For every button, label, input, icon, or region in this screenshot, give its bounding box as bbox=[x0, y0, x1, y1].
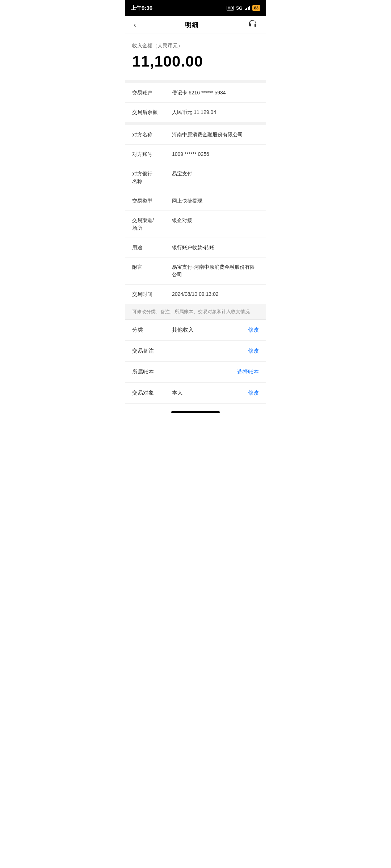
amount-value: 11,100.00 bbox=[132, 53, 259, 70]
info-row-value: 2024/08/10 09:13:02 bbox=[172, 290, 259, 298]
editable-row: 所属账本选择账本 bbox=[125, 362, 266, 383]
support-button[interactable] bbox=[245, 18, 260, 32]
info-row-value: 1009 ****** 0256 bbox=[172, 150, 259, 158]
info-row-value: 易宝支付 bbox=[172, 170, 259, 178]
info-row-label: 对方银行 名称 bbox=[132, 170, 165, 185]
editable-row-value: 其他收入 bbox=[172, 327, 244, 333]
battery-indicator: 83 bbox=[252, 5, 260, 11]
account-book-select[interactable]: 选择账本 bbox=[237, 369, 259, 375]
info-row-label: 交易时间 bbox=[132, 290, 165, 298]
editable-section: 分类其他收入修改交易备注修改所属账本选择账本交易对象本人修改 bbox=[125, 320, 266, 404]
info-section: 交易账户借记卡 6216 ****** 5934交易后余额人民币元 11,129… bbox=[125, 83, 266, 304]
info-row-label: 附言 bbox=[132, 263, 165, 271]
status-right: HD 5G 83 bbox=[227, 5, 260, 11]
network-label: 5G bbox=[236, 5, 242, 11]
info-row-value: 河南中原消费金融股份有限公司 bbox=[172, 131, 259, 139]
hd-badge: HD bbox=[227, 6, 234, 10]
bottom-bar bbox=[125, 404, 266, 416]
info-row: 对方名称河南中原消费金融股份有限公司 bbox=[125, 125, 266, 145]
info-row-value: 人民币元 11,129.04 bbox=[172, 109, 259, 116]
info-row-value: 借记卡 6216 ****** 5934 bbox=[172, 89, 259, 97]
notice-text: 可修改分类、备注、所属账本、交易对象和计入收支情况 bbox=[132, 309, 250, 314]
info-row: 交易后余额人民币元 11,129.04 bbox=[125, 103, 266, 122]
page-header: ‹ 明细 bbox=[125, 16, 266, 34]
note-edit[interactable]: 修改 bbox=[248, 348, 259, 354]
back-icon: ‹ bbox=[134, 21, 136, 29]
info-row-label: 用途 bbox=[132, 244, 165, 251]
info-row-value: 银企对接 bbox=[172, 217, 259, 224]
signal-icon bbox=[245, 6, 250, 10]
info-row-value: 网上快捷提现 bbox=[172, 197, 259, 205]
info-row-value: 银行账户收款-转账 bbox=[172, 244, 259, 251]
info-row: 对方账号1009 ****** 0256 bbox=[125, 145, 266, 164]
amount-section: 收入金额（人民币元） 11,100.00 bbox=[125, 34, 266, 83]
info-row-label: 交易账户 bbox=[132, 89, 165, 97]
editable-row: 分类其他收入修改 bbox=[125, 320, 266, 341]
info-row: 交易时间2024/08/10 09:13:02 bbox=[125, 285, 266, 304]
amount-label: 收入金额（人民币元） bbox=[132, 43, 259, 49]
info-row-label: 交易渠道/ 场所 bbox=[132, 217, 165, 232]
editable-row: 交易备注修改 bbox=[125, 341, 266, 362]
editable-row-label: 交易备注 bbox=[132, 348, 165, 354]
info-row-value: 易宝支付-河南中原消费金融股份有限公司 bbox=[172, 263, 259, 278]
editable-row-label: 所属账本 bbox=[132, 369, 165, 375]
info-row-label: 对方名称 bbox=[132, 131, 165, 139]
category-edit[interactable]: 修改 bbox=[248, 327, 259, 333]
editable-row: 交易对象本人修改 bbox=[125, 383, 266, 404]
info-row: 附言易宝支付-河南中原消费金融股份有限公司 bbox=[125, 258, 266, 285]
info-row-label: 交易后余额 bbox=[132, 109, 165, 116]
info-row: 交易类型网上快捷提现 bbox=[125, 191, 266, 211]
page-title: 明细 bbox=[185, 21, 199, 29]
status-bar: 上午9:36 HD 5G 83 bbox=[125, 0, 266, 16]
info-row: 对方银行 名称易宝支付 bbox=[125, 164, 266, 191]
headset-icon bbox=[248, 19, 257, 29]
info-row: 用途银行账户收款-转账 bbox=[125, 238, 266, 258]
editable-row-value: 本人 bbox=[172, 390, 244, 396]
back-button[interactable]: ‹ bbox=[131, 19, 139, 30]
home-indicator bbox=[171, 411, 220, 413]
info-row: 交易渠道/ 场所银企对接 bbox=[125, 211, 266, 238]
editable-row-label: 交易对象 bbox=[132, 390, 165, 396]
status-time: 上午9:36 bbox=[131, 5, 152, 12]
notice-bar: 可修改分类、备注、所属账本、交易对象和计入收支情况 bbox=[125, 304, 266, 320]
editable-row-label: 分类 bbox=[132, 327, 165, 333]
section-divider bbox=[125, 122, 266, 125]
info-row-label: 对方账号 bbox=[132, 150, 165, 158]
info-row: 交易账户借记卡 6216 ****** 5934 bbox=[125, 83, 266, 103]
counterpart-edit[interactable]: 修改 bbox=[248, 390, 259, 396]
info-row-label: 交易类型 bbox=[132, 197, 165, 205]
